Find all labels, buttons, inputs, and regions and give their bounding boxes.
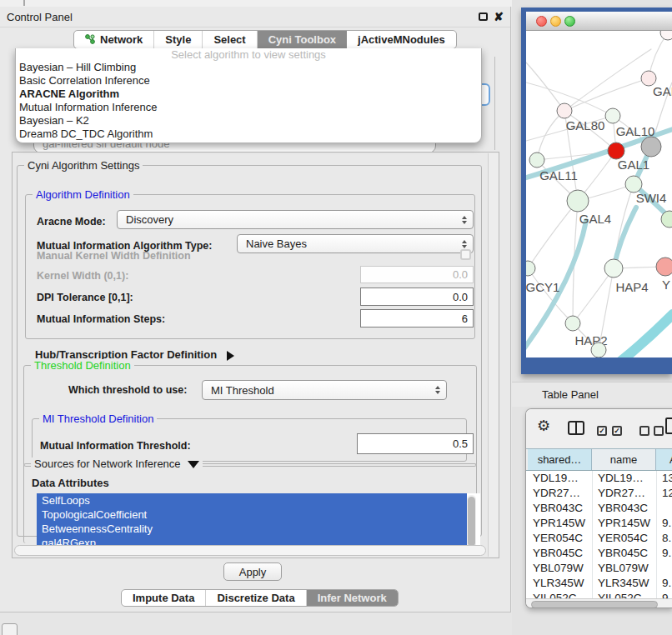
network-node[interactable] xyxy=(660,31,672,40)
table-row[interactable]: YDR27…YDR27…12 xyxy=(526,486,672,501)
checkbox-checked-icon[interactable]: ✓ xyxy=(612,426,622,436)
checkbox-checked-icon[interactable]: ✓ xyxy=(597,426,607,436)
network-node-hap2[interactable] xyxy=(565,316,580,331)
tab-select[interactable]: Select xyxy=(203,31,257,48)
kernel-width-field[interactable]: 0.0 xyxy=(360,266,474,283)
table-sheet-icon[interactable] xyxy=(665,418,672,434)
network-edge[interactable] xyxy=(528,201,578,268)
network-node-gal80[interactable] xyxy=(557,103,572,118)
close-traffic-light-icon[interactable] xyxy=(536,16,547,27)
table-row[interactable]: YBL079WYBL079W xyxy=(526,561,672,576)
network-node[interactable] xyxy=(591,342,606,358)
attribute-list-item[interactable]: TopologicalCoefficient xyxy=(37,508,467,522)
algorithm-option[interactable]: ARACNE Algorithm xyxy=(16,88,481,101)
table-row[interactable]: YIL052CYIL052C9 xyxy=(526,591,672,598)
node-label: GAL80 xyxy=(566,118,605,132)
which-threshold-select[interactable]: MI Threshold xyxy=(202,380,447,400)
manual-kernel-checkbox[interactable] xyxy=(460,249,471,260)
column-header-clipped[interactable]: A xyxy=(656,449,672,470)
algorithm-option[interactable]: Basic Correlation Inference xyxy=(16,74,481,88)
network-node-gal4[interactable] xyxy=(567,190,589,212)
checkbox-unchecked-icon[interactable] xyxy=(654,426,664,436)
table-row[interactable]: YBR045CYBR045C9. xyxy=(526,546,672,561)
network-edge[interactable] xyxy=(564,49,651,111)
tab-style[interactable]: Style xyxy=(154,31,203,48)
tab-impute-data[interactable]: Impute Data xyxy=(122,590,206,606)
attribute-list-item[interactable]: BetweennessCentrality xyxy=(37,522,467,536)
settings-horizontal-scrollbar[interactable] xyxy=(14,545,486,556)
network-graph[interactable]: GALGAL80GAL10GAL1GAL11SWI4GAL4GCY1HAP4YH… xyxy=(526,31,672,358)
checkbox-unchecked-icon[interactable] xyxy=(639,426,649,436)
scrollbar-thumb[interactable] xyxy=(468,497,475,547)
table-row[interactable]: YER054CYER054C8. xyxy=(526,531,672,546)
group-title: Algorithm Definition xyxy=(33,188,133,201)
algorithm-option[interactable]: Dream8 DC_TDC Algorithm xyxy=(16,128,481,141)
network-edge[interactable] xyxy=(564,78,649,111)
control-panel-window: Control Panel ✘ Network Style Select xyxy=(0,7,511,612)
network-node-gal1[interactable] xyxy=(608,142,624,159)
corner-button[interactable] xyxy=(2,623,18,635)
network-icon xyxy=(85,34,96,45)
table-horizontal-scrollbar[interactable] xyxy=(526,598,672,608)
which-threshold-label: Which threshold to use: xyxy=(68,384,187,396)
scrollbar-thumb[interactable] xyxy=(531,601,658,608)
table-cell: YPR145W xyxy=(598,517,650,529)
algorithm-option[interactable]: Bayesian – Hill Climbing xyxy=(16,61,481,74)
network-node-gal10[interactable] xyxy=(605,108,620,123)
tab-network[interactable]: Network xyxy=(74,31,154,48)
minimize-traffic-light-icon[interactable] xyxy=(550,16,561,27)
network-node-hap4[interactable] xyxy=(604,259,623,278)
mi-threshold-field[interactable]: 0.5 xyxy=(357,433,474,454)
table-cell: YBR045C xyxy=(598,547,648,559)
table-cell: YBR043C xyxy=(533,502,583,514)
zoom-traffic-light-icon[interactable] xyxy=(564,16,575,27)
tab-cyni-toolbox[interactable]: Cyni Toolbox xyxy=(258,31,347,48)
tab-label: Infer Network xyxy=(318,592,387,604)
tab-discretize-data[interactable]: Discretize Data xyxy=(206,590,306,606)
network-edge[interactable] xyxy=(613,314,672,358)
tab-label: Impute Data xyxy=(133,592,194,604)
network-canvas[interactable]: GALGAL80GAL10GAL1GAL11SWI4GAL4GCY1HAP4YH… xyxy=(526,31,672,358)
network-edge[interactable] xyxy=(526,62,564,111)
table-row[interactable]: YDL19…YDL19…13 xyxy=(526,471,672,486)
network-node-y[interactable] xyxy=(656,258,672,276)
node-label: SWI4 xyxy=(636,191,667,205)
column-header-name[interactable]: name xyxy=(592,449,656,470)
network-node[interactable] xyxy=(641,137,661,157)
network-edge[interactable] xyxy=(573,268,614,323)
dpi-tolerance-field[interactable]: 0.0 xyxy=(360,288,474,306)
network-node-swi4[interactable] xyxy=(625,176,642,192)
aracne-mode-select[interactable]: Discovery xyxy=(117,210,474,229)
algorithm-option[interactable]: Mutual Information Inference xyxy=(16,101,481,114)
close-icon[interactable]: ✘ xyxy=(494,11,504,22)
collapse-arrow-icon xyxy=(188,461,199,468)
manual-kernel-label: Manual Kernel Width Definition xyxy=(37,250,191,262)
right-dock: GALGAL80GAL10GAL1GAL11SWI4GAL4GCY1HAP4YH… xyxy=(512,0,672,635)
column-header-shared-name[interactable]: shared… xyxy=(528,449,592,470)
table-cell: 12 xyxy=(662,487,672,499)
network-edge[interactable] xyxy=(614,208,636,268)
apply-button[interactable]: Apply xyxy=(223,562,282,581)
node-label: Y xyxy=(662,278,670,292)
dpi-tolerance-label: DPI Tolerance [0,1]: xyxy=(37,292,133,303)
tab-infer-network[interactable]: Infer Network xyxy=(307,590,398,606)
settings-vertical-scrollbar[interactable] xyxy=(488,153,499,557)
tab-jactivemnodules[interactable]: jActiveMNodules xyxy=(347,31,456,48)
network-node-gal11[interactable] xyxy=(529,152,544,168)
network-edge[interactable] xyxy=(537,111,564,160)
float-window-icon[interactable] xyxy=(479,12,488,21)
mi-steps-field[interactable]: 6 xyxy=(360,309,474,328)
split-columns-icon[interactable] xyxy=(568,421,584,435)
gear-icon[interactable]: ⚙ xyxy=(537,418,550,433)
network-node-gcy1[interactable] xyxy=(526,261,535,276)
table-row[interactable]: YPR145WYPR145W9. xyxy=(526,516,672,531)
network-window-titlebar[interactable] xyxy=(526,12,672,31)
table-row[interactable]: YBR043CYBR043C xyxy=(526,501,672,516)
node-label: GAL xyxy=(653,84,672,98)
algorithm-option[interactable]: Bayesian – K2 xyxy=(16,114,481,128)
attribute-list-item[interactable]: SelfLoops xyxy=(37,493,467,508)
mi-algorithm-type-select[interactable]: Naive Bayes xyxy=(237,234,474,253)
attributes-list-scrollbar[interactable] xyxy=(467,495,476,550)
node-label: GCY1 xyxy=(526,280,559,294)
table-row[interactable]: YLR345WYLR345W9. xyxy=(526,576,672,591)
